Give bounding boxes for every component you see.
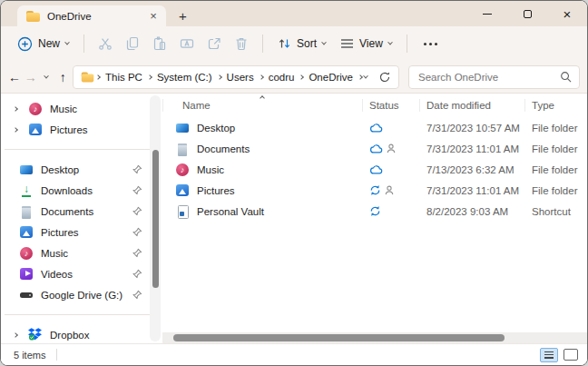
delete-icon[interactable] xyxy=(228,31,255,56)
sort-button-label: Sort xyxy=(297,37,317,50)
expand-chevron-icon[interactable] xyxy=(14,333,28,337)
search-box[interactable] xyxy=(408,65,580,89)
sidebar-item-desktop[interactable]: Desktop xyxy=(1,159,162,180)
column-header-date-modified[interactable]: Date modified xyxy=(419,94,524,117)
minimize-button[interactable] xyxy=(467,1,507,26)
sidebar-item-music[interactable]: Music xyxy=(1,98,162,119)
sidebar-item-pictures[interactable]: Pictures xyxy=(1,222,162,242)
documents-icon xyxy=(175,142,190,156)
file-list-pane: NameStatusDate modifiedType Desktop 7/31… xyxy=(162,94,587,343)
sidebar-item-documents[interactable]: Documents xyxy=(1,201,162,222)
new-tab-button[interactable]: + xyxy=(179,9,187,23)
breadcrumb-item[interactable]: codru xyxy=(265,72,299,83)
sidebar-item-downloads[interactable]: Downloads xyxy=(1,180,162,201)
horizontal-scrollbar-thumb[interactable] xyxy=(173,334,505,341)
sidebar-item-google-drive-g-[interactable]: Google Drive (G:) xyxy=(1,284,162,305)
breadcrumb-separator-icon xyxy=(358,74,363,80)
folder-icon xyxy=(82,70,94,83)
large-icons-view-button[interactable] xyxy=(564,349,578,361)
rename-icon[interactable] xyxy=(173,31,201,56)
sidebar-item-music[interactable]: Music xyxy=(1,242,162,263)
address-bar[interactable]: This PCSystem (C:)UserscodruOneDrive xyxy=(73,65,399,89)
downloads-icon xyxy=(19,183,34,198)
file-row[interactable]: Pictures 7/31/2023 11:01 AM File folder xyxy=(162,180,587,201)
back-button[interactable]: ← xyxy=(6,65,23,89)
sidebar-scrollbar[interactable] xyxy=(150,95,161,341)
forward-button[interactable]: → xyxy=(23,65,39,89)
pin-icon xyxy=(132,248,142,261)
expand-chevron-icon[interactable] xyxy=(14,128,28,132)
file-type: File folder xyxy=(524,123,587,134)
toolbar-separator xyxy=(407,35,407,53)
breadcrumb-item[interactable]: OneDrive xyxy=(305,72,357,83)
desktop-icon xyxy=(175,121,190,135)
address-row: ← → ↑ This PCSystem (C:)UserscodruOneDri… xyxy=(1,61,587,94)
maximize-button[interactable] xyxy=(507,1,547,26)
recent-locations-button[interactable] xyxy=(39,65,55,89)
chevron-down-icon xyxy=(44,73,50,78)
titlebar: OneDrive × + × xyxy=(1,1,587,26)
sidebar-item-label: Pictures xyxy=(41,227,79,238)
paste-icon[interactable] xyxy=(146,31,173,56)
file-row[interactable]: Documents 7/31/2023 11:01 AM File folder xyxy=(162,138,587,159)
pictures-icon xyxy=(19,225,34,240)
refresh-icon[interactable] xyxy=(378,71,391,84)
sidebar-item-label: Desktop xyxy=(41,164,79,175)
file-row[interactable]: Personal Vault 8/2/2023 9:03 AM Shortcut xyxy=(162,201,587,222)
sidebar-item-pictures[interactable]: Pictures xyxy=(1,119,162,140)
tab-onedrive[interactable]: OneDrive × xyxy=(17,5,166,26)
new-button[interactable]: New xyxy=(10,33,76,55)
breadcrumb-item[interactable]: Users xyxy=(223,72,258,83)
navigation-pane: Music Pictures Desktop Downloads Documen… xyxy=(1,94,162,343)
column-header-status[interactable]: Status xyxy=(362,94,419,117)
view-button-label: View xyxy=(359,37,383,50)
view-button[interactable]: View xyxy=(333,34,399,54)
file-row[interactable]: Music 7/13/2023 6:32 AM File folder xyxy=(162,159,587,180)
column-headers: NameStatusDate modifiedType xyxy=(162,94,587,117)
tab-close-icon[interactable]: × xyxy=(146,9,161,24)
chevron-down-icon xyxy=(321,40,327,45)
drive-icon xyxy=(19,288,34,302)
command-toolbar: New Sort View xyxy=(1,26,587,61)
file-date-modified: 7/13/2023 6:32 AM xyxy=(419,164,524,175)
sort-button[interactable]: Sort xyxy=(270,34,333,54)
sidebar-item-videos[interactable]: Videos xyxy=(1,263,162,284)
expand-chevron-icon[interactable] xyxy=(14,107,28,111)
column-header-type[interactable]: Type xyxy=(524,94,587,117)
folder-icon xyxy=(26,9,40,24)
up-button[interactable]: ↑ xyxy=(54,65,71,89)
toolbar-separator xyxy=(262,35,263,53)
file-name: Music xyxy=(197,164,224,175)
view-icon xyxy=(340,38,354,49)
cut-icon[interactable] xyxy=(92,31,119,56)
see-more-button[interactable] xyxy=(415,43,446,45)
music-icon xyxy=(28,102,43,116)
sidebar-item-label: Videos xyxy=(41,269,73,280)
sort-icon xyxy=(278,37,291,50)
details-view-button[interactable] xyxy=(540,348,558,362)
breadcrumb-separator-icon xyxy=(259,74,264,80)
music-icon xyxy=(19,246,34,261)
tab-title: OneDrive xyxy=(47,11,146,22)
desktop-icon xyxy=(19,163,34,177)
column-header-name[interactable]: Name xyxy=(162,94,362,117)
horizontal-scrollbar[interactable] xyxy=(162,332,587,343)
breadcrumb-item[interactable]: System (C:) xyxy=(153,72,216,83)
share-icon[interactable] xyxy=(201,31,228,56)
copy-icon[interactable] xyxy=(119,31,146,56)
search-icon xyxy=(560,71,572,83)
breadcrumb-item[interactable]: This PC xyxy=(102,72,146,83)
search-input[interactable] xyxy=(416,71,560,84)
sidebar-item-dropbox[interactable]: Dropbox xyxy=(1,324,162,345)
breadcrumb-separator-icon xyxy=(95,74,101,80)
items-count: 5 items xyxy=(14,350,45,361)
sidebar-scrollbar-thumb[interactable] xyxy=(152,150,159,288)
sidebar-item-label: Pictures xyxy=(50,124,88,135)
file-row[interactable]: Desktop 7/31/2023 10:57 AM File folder xyxy=(162,117,587,138)
pin-icon xyxy=(132,227,142,240)
documents-icon xyxy=(19,204,34,219)
caption-controls: × xyxy=(467,1,587,26)
explorer-body: Music Pictures Desktop Downloads Documen… xyxy=(1,94,587,343)
close-button[interactable]: × xyxy=(547,1,587,26)
address-dropdown-icon[interactable] xyxy=(363,73,368,78)
